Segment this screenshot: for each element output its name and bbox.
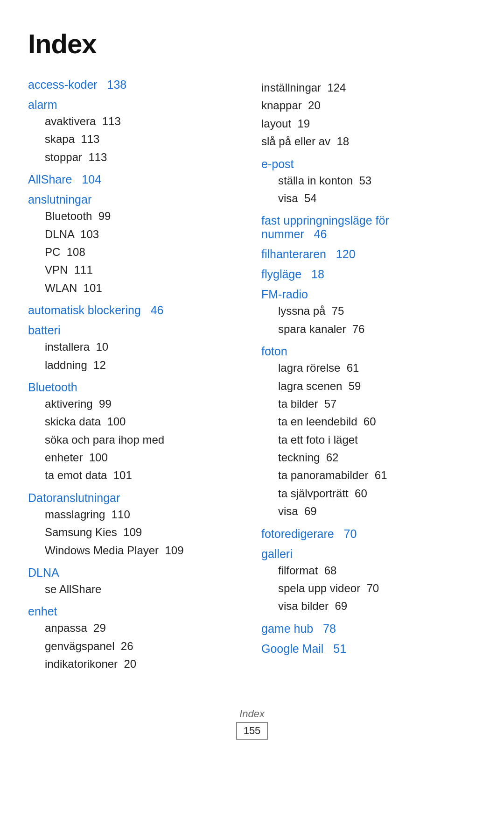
term-label: foton [261,345,476,358]
footer-page: 155 [236,722,268,740]
term-label: DLNA [28,566,243,580]
term-label: filhanteraren [261,247,326,261]
term-label: fotoredigerare [261,527,334,540]
sub-item: skicka data 100 [28,413,243,431]
term-label: Datoranslutningar [28,491,243,505]
list-item: automatisk blockering 46 [28,304,243,317]
sub-item: lagra scenen 59 [261,377,476,395]
sub-item: lyssna på 75 [261,302,476,320]
sub-item: visa 69 [261,502,476,520]
sub-item: Windows Media Player 109 [28,542,243,559]
list-item: inställningar 124 knappar 20 layout 19 s… [261,79,476,151]
sub-item: laddning 12 [28,356,243,374]
list-item: foton lagra rörelse 61 lagra scenen 59 t… [261,345,476,521]
sub-item: spara kanaler 76 [261,320,476,338]
list-item: anslutningar Bluetooth 99 DLNA 103 PC 10… [28,193,243,297]
sub-item: ta självporträtt 60 [261,485,476,502]
list-item: Bluetooth aktivering 99 skicka data 100 … [28,381,243,485]
list-item: flygläge 18 [261,268,476,281]
sub-item: Bluetooth 99 [28,207,243,225]
list-item: batteri installera 10 laddning 12 [28,324,243,374]
right-column: inställningar 124 knappar 20 layout 19 s… [261,78,476,662]
sub-item: anpassa 29 [28,619,243,637]
term-label: access-koder [28,78,98,91]
sub-item: skapa 113 [28,130,243,148]
list-item: Google Mail 51 [261,642,476,656]
sub-item: ta en leendebild 60 [261,413,476,431]
list-item: filhanteraren 120 [261,247,476,261]
index-columns: access-koder 138 alarm avaktivera 113 sk… [28,78,476,680]
sub-item: DLNA 103 [28,226,243,243]
list-item: alarm avaktivera 113 skapa 113 stoppar 1… [28,98,243,166]
sub-item: inställningar 124 [261,79,476,97]
list-item: e-post ställa in konton 53 visa 54 [261,157,476,208]
sub-item: ställa in konton 53 [261,172,476,190]
list-item: galleri filformat 68 spela upp videor 70… [261,547,476,615]
sub-item: ta panoramabilder 61 [261,467,476,484]
term-label: FM-radio [261,288,476,301]
sub-item: ta ett foto i lägetteckning 62 [261,431,476,467]
sub-item: visa bilder 69 [261,597,476,615]
list-item: DLNA se AllShare [28,566,243,598]
sub-item: se AllShare [28,580,243,598]
sub-item: WLAN 101 [28,279,243,297]
sub-item: ta bilder 57 [261,395,476,413]
term-label: e-post [261,157,476,171]
sub-item: masslagring 110 [28,506,243,523]
term-label: AllShare [28,173,72,186]
sub-item: ta emot data 101 [28,467,243,484]
list-item: game hub 78 [261,622,476,636]
sub-item: VPN 111 [28,261,243,279]
list-item: AllShare 104 [28,173,243,186]
term-label: enhet [28,605,243,618]
sub-item: lagra rörelse 61 [261,359,476,377]
term-label: batteri [28,324,243,337]
sub-item: avaktivera 113 [28,113,243,130]
sub-item: knappar 20 [261,97,476,114]
sub-item: visa 54 [261,190,476,207]
sub-item: layout 19 [261,115,476,133]
term-label: alarm [28,98,243,112]
term-label: galleri [261,547,476,561]
sub-item: PC 108 [28,243,243,261]
term-label: Google Mail [261,642,323,655]
footer: Index 155 [28,708,476,740]
list-item: Datoranslutningar masslagring 110 Samsun… [28,491,243,559]
term-label: game hub [261,622,313,635]
page-title: Index [28,28,476,59]
list-item: FM-radio lyssna på 75 spara kanaler 76 [261,288,476,338]
sub-item: stoppar 113 [28,148,243,166]
sub-item: söka och para ihop medenheter 100 [28,431,243,467]
sub-item: filformat 68 [261,562,476,580]
sub-item: slå på eller av 18 [261,133,476,150]
list-item: fotoredigerare 70 [261,527,476,541]
left-column: access-koder 138 alarm avaktivera 113 sk… [28,78,261,680]
sub-item: installera 10 [28,338,243,356]
term-label: automatisk blockering [28,304,141,317]
sub-item: genvägspanel 26 [28,637,243,655]
sub-item: aktivering 99 [28,395,243,413]
sub-item: indikatorikoner 20 [28,655,243,673]
list-item: enhet anpassa 29 genvägspanel 26 indikat… [28,605,243,673]
list-item: fast uppringningsläge förnummer 46 [261,214,476,241]
term-label: Bluetooth [28,381,243,394]
sub-item: spela upp videor 70 [261,580,476,597]
term-label: anslutningar [28,193,243,206]
term-label: flygläge [261,268,301,281]
list-item: access-koder 138 [28,78,243,92]
footer-label: Index [28,708,476,720]
sub-item: Samsung Kies 109 [28,523,243,541]
